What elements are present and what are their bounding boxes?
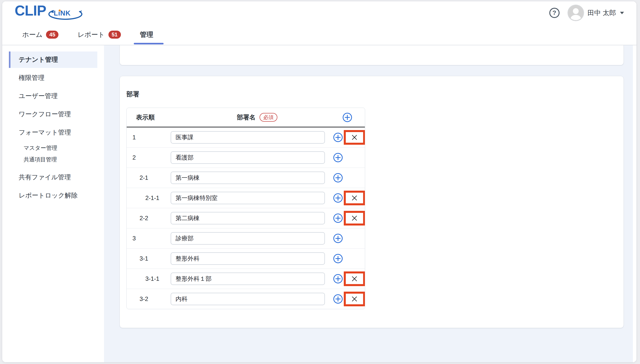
- display-order: 3: [127, 235, 171, 242]
- department-card: 部署 表示順 部署名 必須: [120, 76, 624, 328]
- plus-circle-icon: [333, 233, 343, 244]
- header-display-order: 表示順: [127, 113, 180, 122]
- app-window: CLIP LiNK ?: [2, 1, 636, 362]
- header-right: ? 田中 太郎: [549, 5, 624, 21]
- tab-bar: ホーム 45 レポート 51 管理: [2, 24, 636, 45]
- sidebar-item-6[interactable]: 共通項目管理: [9, 154, 97, 165]
- table-row: 2-1-1: [127, 188, 365, 208]
- remove-row-button[interactable]: [344, 292, 365, 306]
- display-order: 3-2: [127, 296, 171, 302]
- tab-2[interactable]: 管理: [140, 24, 153, 45]
- add-row-button[interactable]: [333, 152, 343, 163]
- plus-circle-icon: [342, 112, 352, 122]
- table-body: 1 2: [127, 128, 365, 309]
- display-order: 2-1-1: [127, 195, 171, 202]
- add-row-button[interactable]: [333, 173, 343, 183]
- add-row-button[interactable]: [333, 233, 343, 244]
- plus-circle-icon: [333, 213, 343, 223]
- department-name-input[interactable]: [171, 272, 325, 285]
- remove-row-button[interactable]: [344, 272, 365, 286]
- table-row: 1: [127, 128, 365, 148]
- chevron-down-icon: [620, 12, 624, 14]
- sidebar-item-label: レポートロック解除: [19, 191, 78, 200]
- department-name-input[interactable]: [171, 232, 325, 244]
- help-glyph: ?: [552, 9, 556, 16]
- table-row: 2-1: [127, 168, 365, 188]
- department-name-input[interactable]: [171, 151, 325, 164]
- plus-circle-icon: [333, 193, 343, 203]
- add-root-row-button[interactable]: [342, 112, 352, 122]
- add-row-button[interactable]: [333, 294, 343, 304]
- x-mark-icon: [351, 215, 358, 222]
- display-order: 2-2: [127, 215, 171, 222]
- sidebar-item-2[interactable]: ユーザー管理: [9, 88, 97, 104]
- display-order: 2-1: [127, 174, 171, 181]
- notification-badge: 45: [46, 31, 59, 38]
- app-header: CLIP LiNK ?: [2, 1, 636, 45]
- add-row-button[interactable]: [333, 213, 343, 223]
- sidebar-item-label: ユーザー管理: [19, 92, 58, 100]
- card-partial: [120, 45, 624, 65]
- sidebar-item-label: 権限管理: [19, 74, 45, 82]
- plus-circle-icon: [333, 132, 343, 142]
- department-name-input[interactable]: [171, 212, 325, 224]
- logo-text-link: LiNK: [54, 10, 71, 17]
- section-title: 部署: [126, 90, 623, 99]
- header-department-name-label: 部署名: [237, 113, 256, 122]
- remove-row-button[interactable]: [344, 191, 365, 205]
- add-row-button[interactable]: [333, 193, 343, 203]
- add-row-button[interactable]: [333, 254, 343, 264]
- sidebar-item-label: ワークフロー管理: [19, 110, 71, 119]
- department-name-input[interactable]: [171, 293, 325, 305]
- required-badge: 必須: [260, 113, 277, 122]
- sidebar-item-label: マスター管理: [24, 144, 57, 152]
- header-actions: [334, 112, 365, 122]
- tab-1[interactable]: レポート 51: [78, 24, 121, 45]
- sidebar-item-label: テナント管理: [19, 55, 58, 64]
- x-mark-icon: [351, 134, 358, 141]
- user-name: 田中 太郎: [587, 8, 616, 18]
- header-top: CLIP LiNK ?: [2, 1, 636, 24]
- plus-circle-icon: [333, 152, 343, 163]
- table-row: 2-2: [127, 208, 365, 228]
- sidebar-item-3[interactable]: ワークフロー管理: [9, 106, 97, 122]
- sidebar-item-8[interactable]: レポートロック解除: [9, 187, 97, 204]
- sidebar-item-5[interactable]: マスター管理: [9, 142, 97, 153]
- display-order: 2: [127, 154, 171, 161]
- table-row: 2: [127, 148, 365, 168]
- x-mark-icon: [351, 276, 358, 282]
- sidebar-item-7[interactable]: 共有ファイル管理: [9, 169, 97, 186]
- add-row-button[interactable]: [333, 274, 343, 284]
- sidebar-item-label: 共有ファイル管理: [19, 173, 71, 182]
- table-row: 3: [127, 228, 365, 248]
- x-mark-icon: [351, 296, 358, 302]
- avatar: [568, 5, 584, 21]
- plus-circle-icon: [333, 254, 343, 264]
- table-row: 3-2: [127, 289, 365, 309]
- department-table: 表示順 部署名 必須: [126, 108, 365, 309]
- user-menu[interactable]: 田中 太郎: [568, 5, 624, 21]
- body-row: テナント管理 権限管理 ユーザー管理 ワークフロー管理 フォーマット管理 マスタ…: [2, 45, 636, 362]
- help-icon[interactable]: ?: [549, 8, 560, 18]
- department-name-input[interactable]: [171, 192, 325, 204]
- plus-circle-icon: [333, 173, 343, 183]
- table-header-row: 表示順 部署名 必須: [127, 108, 365, 128]
- department-name-input[interactable]: [171, 131, 325, 144]
- logo-orange-dot: [59, 10, 61, 12]
- table-row: 3-1-1: [127, 268, 365, 289]
- sidebar-item-1[interactable]: 権限管理: [9, 70, 97, 86]
- sidebar: テナント管理 権限管理 ユーザー管理 ワークフロー管理 フォーマット管理 マスタ…: [2, 45, 104, 362]
- cliplink-logo: CLIP LiNK: [15, 2, 85, 24]
- tab-label: レポート: [78, 30, 105, 39]
- sidebar-item-0[interactable]: テナント管理: [9, 52, 97, 68]
- plus-circle-icon: [333, 294, 343, 304]
- remove-row-button[interactable]: [344, 130, 365, 145]
- tab-0[interactable]: ホーム 45: [22, 24, 59, 45]
- department-name-input[interactable]: [171, 252, 325, 265]
- add-row-button[interactable]: [333, 132, 343, 142]
- remove-row-button[interactable]: [344, 211, 365, 226]
- sidebar-item-4[interactable]: フォーマット管理: [9, 124, 97, 141]
- notification-badge: 51: [108, 31, 121, 38]
- display-order: 3-1: [127, 255, 171, 262]
- department-name-input[interactable]: [171, 172, 325, 184]
